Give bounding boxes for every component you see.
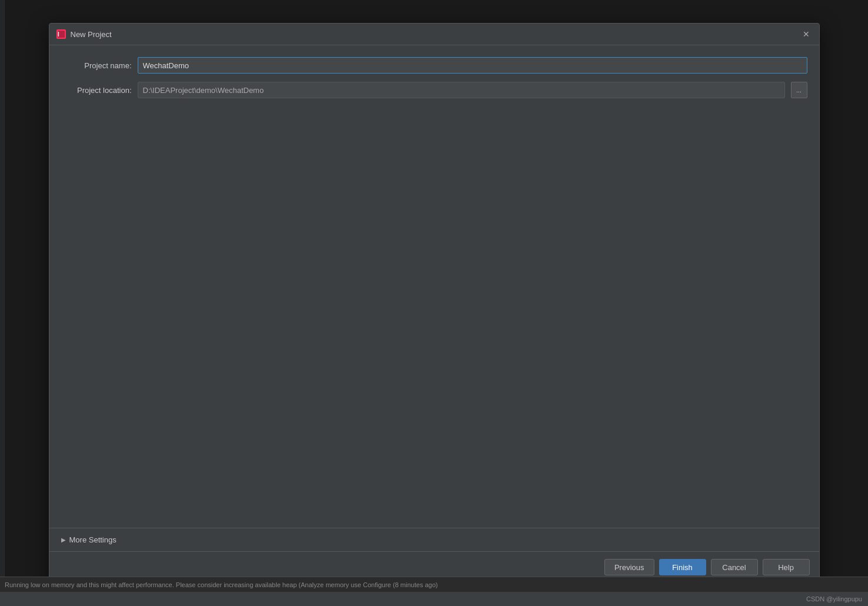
more-settings-label: More Settings bbox=[69, 535, 117, 544]
finish-button[interactable]: Finish bbox=[659, 559, 706, 575]
intellij-icon: I bbox=[56, 29, 66, 39]
previous-button[interactable]: Previous bbox=[604, 559, 654, 575]
project-name-row: Project name: bbox=[61, 57, 807, 74]
project-name-label: Project name: bbox=[61, 61, 132, 70]
project-location-label: Project location: bbox=[61, 86, 132, 95]
project-location-row: Project location: ... bbox=[61, 82, 807, 98]
dialog-title: New Project bbox=[71, 30, 112, 39]
dialog-title-left: I New Project bbox=[56, 29, 112, 39]
cancel-button[interactable]: Cancel bbox=[711, 559, 758, 575]
csdn-watermark: CSDN @yilingpupu bbox=[806, 595, 862, 602]
bottom-log: Running low on memory and this might aff… bbox=[0, 577, 868, 592]
project-name-input[interactable] bbox=[138, 57, 807, 74]
browse-button[interactable]: ... bbox=[791, 82, 807, 98]
new-project-dialog: I New Project ✕ Project name: Project lo… bbox=[49, 23, 820, 583]
help-button[interactable]: Help bbox=[763, 559, 810, 575]
modal-overlay: I New Project ✕ Project name: Project lo… bbox=[0, 0, 868, 606]
more-settings-toggle[interactable]: ▶ More Settings bbox=[61, 533, 807, 547]
dialog-titlebar: I New Project ✕ bbox=[49, 24, 819, 45]
project-location-input[interactable] bbox=[138, 82, 785, 98]
more-settings-arrow-icon: ▶ bbox=[61, 537, 66, 543]
log-text: Running low on memory and this might aff… bbox=[5, 581, 438, 588]
dialog-body: Project name: Project location: ... bbox=[49, 45, 819, 528]
close-button[interactable]: ✕ bbox=[800, 28, 812, 40]
status-bar: CSDN @yilingpupu bbox=[0, 592, 868, 606]
svg-text:I: I bbox=[58, 31, 59, 38]
